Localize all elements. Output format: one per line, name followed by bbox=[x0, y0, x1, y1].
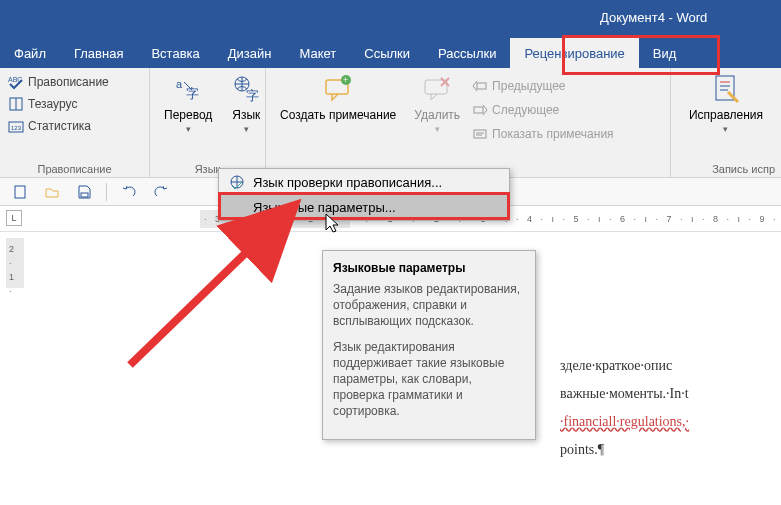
group-tracking-label: Запись испр bbox=[712, 163, 775, 175]
doc-line-2: важные·моменты.·In·t bbox=[560, 380, 689, 408]
show-comments-label: Показать примечания bbox=[492, 127, 614, 141]
tooltip-para1: Задание языков редактирования, отображен… bbox=[333, 281, 525, 329]
tab-review[interactable]: Рецензирование bbox=[510, 38, 638, 68]
book-icon bbox=[8, 96, 24, 112]
doc-line-3: ·financiall·regulations,· bbox=[560, 408, 689, 436]
svg-rect-16 bbox=[474, 107, 483, 113]
svg-text:+: + bbox=[343, 75, 348, 85]
language-button[interactable]: 字 Язык ▾ bbox=[224, 72, 268, 161]
tab-design[interactable]: Дизайн bbox=[214, 38, 286, 68]
next-comment-button: Следующее bbox=[472, 100, 614, 120]
vruler-ticks: 2 · 1 · bbox=[9, 242, 14, 298]
next-comment-label: Следующее bbox=[492, 103, 559, 117]
separator bbox=[106, 183, 107, 201]
previous-comment-label: Предыдущее bbox=[492, 79, 565, 93]
previous-comment-button: Предыдущее bbox=[472, 76, 614, 96]
language-preferences-tooltip: Языковые параметры Задание языков редакт… bbox=[322, 250, 536, 440]
window-title: Документ4 - Word bbox=[600, 10, 707, 25]
globe-language-icon: 字 bbox=[230, 74, 262, 106]
track-changes-icon bbox=[710, 74, 742, 106]
translate-button[interactable]: a字 Перевод ▾ bbox=[158, 72, 218, 161]
undo-button[interactable] bbox=[119, 182, 139, 202]
tab-selector[interactable]: L bbox=[6, 210, 22, 226]
thesaurus-label: Тезаурус bbox=[28, 97, 77, 111]
check-abc-icon: ABC bbox=[8, 74, 24, 90]
group-proofing: ABC Правописание Тезаурус 123 Статистика… bbox=[0, 68, 150, 177]
statistics-label: Статистика bbox=[28, 119, 91, 133]
count-icon: 123 bbox=[8, 118, 24, 134]
language-dropdown-menu: Язык проверки правописания... Языковые п… bbox=[218, 168, 510, 221]
svg-rect-15 bbox=[477, 83, 486, 89]
document-text: зделе·краткое·опис важные·моменты.·In·t … bbox=[560, 352, 689, 464]
spelling-label: Правописание bbox=[28, 75, 109, 89]
svg-rect-26 bbox=[81, 193, 88, 197]
next-comment-icon bbox=[472, 102, 488, 118]
ribbon: ABC Правописание Тезаурус 123 Статистика… bbox=[0, 68, 781, 178]
language-preferences-item[interactable]: Языковые параметры... bbox=[219, 195, 509, 220]
delete-comment-icon bbox=[421, 74, 453, 106]
chevron-down-icon: ▾ bbox=[435, 124, 440, 134]
svg-rect-25 bbox=[15, 186, 25, 198]
group-tracking: Исправления ▾ Запись испр bbox=[671, 68, 781, 177]
svg-text:a: a bbox=[176, 78, 183, 90]
group-comments: + Создать примечание Удалить ▾ Предыдуще… bbox=[266, 68, 671, 177]
show-comments-icon bbox=[472, 126, 488, 142]
prev-comment-icon bbox=[472, 78, 488, 94]
tab-references[interactable]: Ссылки bbox=[350, 38, 424, 68]
statistics-button[interactable]: 123 Статистика bbox=[8, 116, 141, 136]
ribbon-tabs: Файл Главная Вставка Дизайн Макет Ссылки… bbox=[0, 38, 781, 68]
delete-comment-label: Удалить bbox=[414, 108, 460, 122]
doc-line-1: зделе·краткое·опис bbox=[560, 352, 689, 380]
new-doc-button[interactable] bbox=[10, 182, 30, 202]
new-comment-button[interactable]: + Создать примечание bbox=[274, 72, 402, 173]
group-language: a字 Перевод ▾ 字 Язык ▾ Язык bbox=[150, 68, 266, 177]
proofing-language-icon bbox=[229, 174, 245, 190]
tab-insert[interactable]: Вставка bbox=[137, 38, 213, 68]
save-button[interactable] bbox=[74, 182, 94, 202]
svg-text:字: 字 bbox=[186, 86, 199, 101]
tooltip-para2: Язык редактирования поддерживает такие я… bbox=[333, 339, 525, 419]
chevron-down-icon: ▾ bbox=[723, 124, 728, 134]
track-changes-button[interactable]: Исправления ▾ bbox=[683, 72, 769, 175]
tab-mailings[interactable]: Рассылки bbox=[424, 38, 510, 68]
new-comment-icon: + bbox=[322, 74, 354, 106]
svg-text:123: 123 bbox=[11, 125, 22, 131]
set-proofing-language-label: Язык проверки правописания... bbox=[253, 175, 442, 190]
group-proofing-label: Правописание bbox=[8, 161, 141, 175]
redo-button[interactable] bbox=[151, 182, 171, 202]
svg-text:字: 字 bbox=[246, 88, 259, 103]
chevron-down-icon: ▾ bbox=[244, 124, 249, 134]
spelling-button[interactable]: ABC Правописание bbox=[8, 72, 141, 92]
tab-view[interactable]: Вид bbox=[639, 38, 691, 68]
show-comments-button: Показать примечания bbox=[472, 124, 614, 144]
doc-line-4: points.¶ bbox=[560, 436, 689, 464]
tooltip-title: Языковые параметры bbox=[333, 261, 525, 275]
tab-file[interactable]: Файл bbox=[0, 38, 60, 68]
set-proofing-language-item[interactable]: Язык проверки правописания... bbox=[219, 169, 509, 195]
title-bar: Документ4 - Word bbox=[0, 0, 781, 38]
track-changes-label: Исправления bbox=[689, 108, 763, 122]
language-preferences-label: Языковые параметры... bbox=[253, 200, 396, 215]
tab-home[interactable]: Главная bbox=[60, 38, 137, 68]
new-comment-label: Создать примечание bbox=[280, 108, 396, 122]
svg-rect-17 bbox=[474, 130, 486, 138]
language-label: Язык bbox=[232, 108, 260, 122]
vertical-ruler[interactable]: 2 · 1 · bbox=[6, 238, 24, 478]
delete-comment-button: Удалить ▾ bbox=[408, 72, 466, 173]
translate-icon: a字 bbox=[172, 74, 204, 106]
translate-label: Перевод bbox=[164, 108, 212, 122]
thesaurus-button[interactable]: Тезаурус bbox=[8, 94, 141, 114]
chevron-down-icon: ▾ bbox=[186, 124, 191, 134]
tab-layout[interactable]: Макет bbox=[285, 38, 350, 68]
open-button[interactable] bbox=[42, 182, 62, 202]
